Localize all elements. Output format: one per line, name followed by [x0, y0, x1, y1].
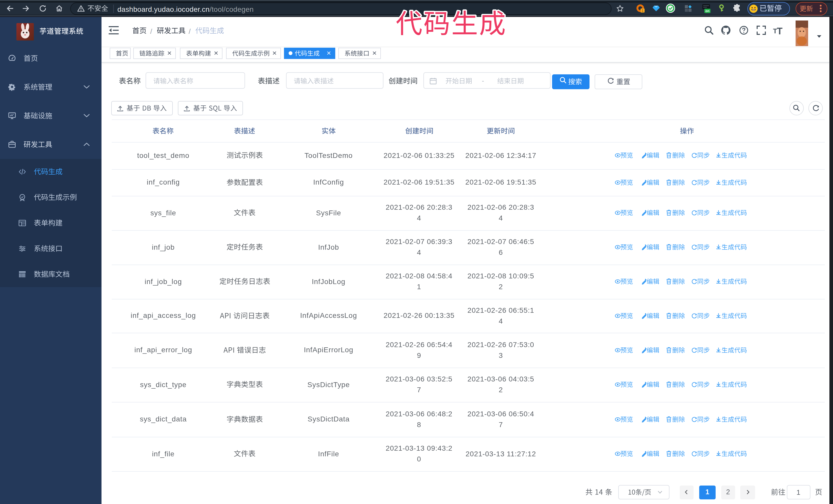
- svg-text:T: T: [773, 27, 777, 35]
- svg-text:on: on: [705, 9, 710, 13]
- svg-text:1: 1: [642, 8, 644, 13]
- svg-text:T: T: [777, 26, 783, 37]
